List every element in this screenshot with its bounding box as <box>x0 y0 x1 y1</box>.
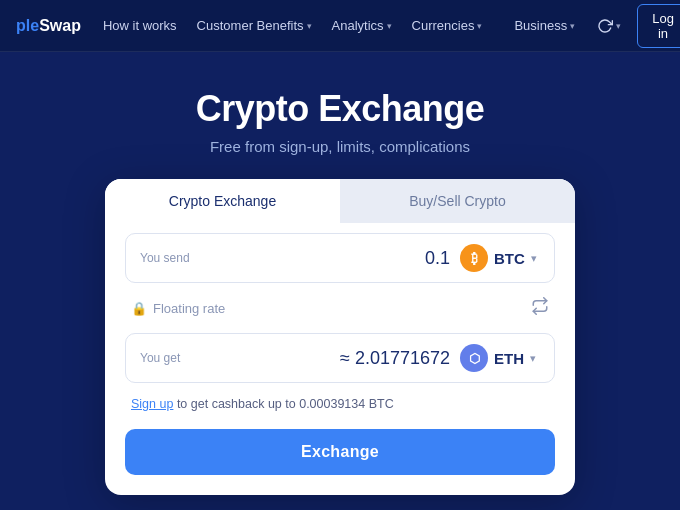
chevron-down-icon: ▾ <box>616 21 621 31</box>
cashback-row: Sign up to get cashback up to 0.00039134… <box>125 393 555 415</box>
login-button[interactable]: Log in <box>637 4 680 48</box>
eth-icon: ⬡ <box>460 344 488 372</box>
send-value[interactable]: 0.1 <box>200 248 460 269</box>
get-input-group: You get ≈ 2.01771672 ⬡ ETH ▾ <box>125 333 555 383</box>
send-currency-selector[interactable]: ₿ BTC ▾ <box>460 244 540 272</box>
brand-logo[interactable]: pleSwap <box>16 17 81 35</box>
exchange-button[interactable]: Exchange <box>125 429 555 475</box>
chevron-down-icon: ▾ <box>531 252 537 265</box>
rate-label: Floating rate <box>153 301 225 316</box>
send-input-group: You send 0.1 ₿ BTC ▾ <box>125 233 555 283</box>
signup-link[interactable]: Sign up <box>131 397 173 411</box>
get-currency-name: ETH <box>494 350 524 367</box>
get-currency-selector[interactable]: ⬡ ETH ▾ <box>460 344 540 372</box>
refresh-icon-btn[interactable]: ▾ <box>591 14 627 38</box>
chevron-down-icon: ▾ <box>307 21 312 31</box>
nav-customer-benefits[interactable]: Customer Benefits ▾ <box>189 14 320 37</box>
chevron-down-icon: ▾ <box>530 352 536 365</box>
tab-buy-sell-crypto[interactable]: Buy/Sell Crypto <box>340 179 575 223</box>
cashback-text: to get cashback up to 0.00039134 BTC <box>173 397 393 411</box>
hero-title: Crypto Exchange <box>196 88 485 130</box>
nav-currencies[interactable]: Currencies ▾ <box>404 14 491 37</box>
swap-icon[interactable] <box>531 297 549 319</box>
lock-icon: 🔒 <box>131 301 147 316</box>
tab-crypto-exchange[interactable]: Crypto Exchange <box>105 179 340 223</box>
chevron-down-icon: ▾ <box>570 21 575 31</box>
exchange-card: Crypto Exchange Buy/Sell Crypto You send… <box>105 179 575 495</box>
logo-text: Swap <box>39 17 81 34</box>
hero-subtitle: Free from sign-up, limits, complications <box>210 138 470 155</box>
hero-section: Crypto Exchange Free from sign-up, limit… <box>0 52 680 495</box>
chevron-down-icon: ▾ <box>387 21 392 31</box>
nav-business[interactable]: Business ▾ <box>506 14 583 37</box>
nav-how-it-works[interactable]: How it works <box>95 14 185 37</box>
send-label: You send <box>140 251 200 265</box>
navbar: pleSwap How it works Customer Benefits ▾… <box>0 0 680 52</box>
get-label: You get <box>140 351 200 365</box>
exchange-form: You send 0.1 ₿ BTC ▾ 🔒 Floating rate <box>105 233 575 415</box>
btc-icon: ₿ <box>460 244 488 272</box>
chevron-down-icon: ▾ <box>477 21 482 31</box>
tab-bar: Crypto Exchange Buy/Sell Crypto <box>105 179 575 223</box>
nav-analytics[interactable]: Analytics ▾ <box>324 14 400 37</box>
get-value[interactable]: ≈ 2.01771672 <box>200 348 460 369</box>
rate-row: 🔒 Floating rate <box>125 293 555 323</box>
logo-highlight: ple <box>16 17 39 34</box>
send-currency-name: BTC <box>494 250 525 267</box>
